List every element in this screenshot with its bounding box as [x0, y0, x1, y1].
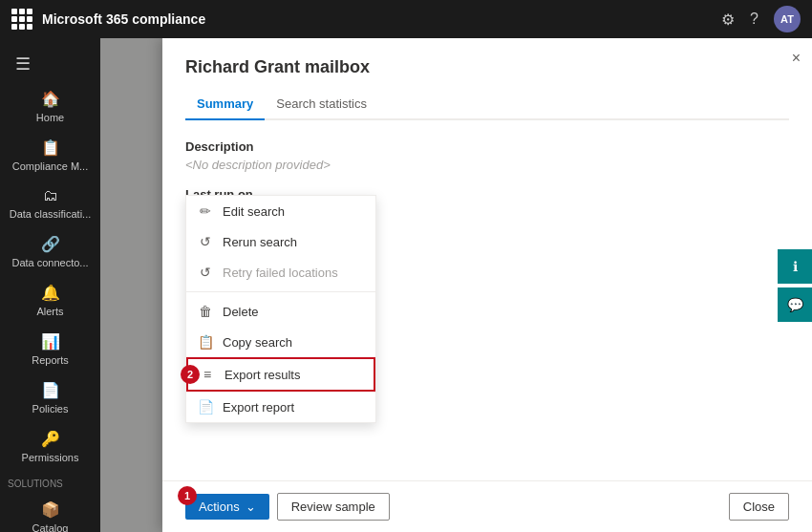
help-icon[interactable]: ?	[750, 11, 759, 28]
sidebar-item-home[interactable]: 🏠 Home	[0, 82, 100, 131]
sidebar-item-label: Reports	[32, 354, 69, 366]
dropdown-divider-1	[186, 291, 375, 292]
description-label: Description	[185, 139, 789, 154]
compliance-icon: 📋	[41, 138, 60, 157]
modal-overlay: ℹ 💬 × Richard Grant mailbox Summary Sear…	[100, 38, 812, 532]
sidebar-item-label: Permissions	[22, 452, 79, 463]
alerts-icon: 🔔	[41, 284, 60, 302]
data-connectors-icon: 🔗	[41, 235, 60, 253]
panel-footer: 1 Actions ⌄ Review sample Close	[162, 480, 812, 532]
app-title: Microsoft 365 compliance	[42, 11, 712, 27]
data-classification-icon: 🗂	[43, 187, 58, 204]
rerun-icon: ↺	[198, 234, 213, 249]
sidebar-item-label: Home	[36, 112, 64, 123]
actions-chevron-icon: ⌄	[246, 500, 256, 514]
dropdown-item-label: Retry failed locations	[223, 266, 338, 280]
dropdown-export-results[interactable]: 2 ≡ Export results	[186, 357, 375, 392]
sidebar: ☰ 🏠 Home 📋 Compliance M... 🗂 Data classi…	[0, 38, 100, 532]
sidebar-item-label: Policies	[32, 403, 69, 415]
side-action-buttons: ℹ 💬	[778, 249, 812, 322]
description-value: <No description provided>	[185, 158, 789, 172]
app-grid-icon[interactable]	[11, 9, 32, 30]
dropdown-rerun-search[interactable]: ↺ Rerun search	[186, 226, 375, 257]
sidebar-item-label: Compliance M...	[12, 160, 88, 172]
sidebar-item-label: Alerts	[36, 306, 63, 317]
dropdown-item-label: Export report	[223, 400, 294, 415]
catalog-icon: 📦	[41, 500, 60, 519]
sidebar-item-alerts[interactable]: 🔔 Alerts	[0, 276, 100, 325]
delete-icon: 🗑	[198, 304, 213, 319]
badge-2: 2	[181, 365, 200, 384]
close-panel-button[interactable]: Close	[729, 493, 789, 521]
actions-button[interactable]: 1 Actions ⌄	[185, 494, 269, 520]
description-field: Description <No description provided>	[185, 139, 789, 172]
dropdown-item-label: Rerun search	[223, 235, 297, 249]
dropdown-item-label: Export results	[224, 368, 300, 382]
edit-icon: ✏	[198, 203, 213, 219]
export-results-icon: ≡	[200, 367, 215, 382]
sidebar-item-label: Data classificati...	[10, 208, 92, 220]
retry-icon: ↺	[198, 265, 213, 280]
sidebar-item-catalog[interactable]: 📦 Catalog	[0, 493, 100, 532]
sidebar-item-label: Data connecto...	[11, 257, 88, 268]
panel-title: Richard Grant mailbox	[185, 57, 789, 77]
panel-header: Richard Grant mailbox Summary Search sta…	[162, 38, 812, 120]
sidebar-item-data-classification[interactable]: 🗂 Data classificati...	[0, 180, 100, 227]
side-action-info[interactable]: ℹ	[778, 249, 812, 284]
home-icon: 🏠	[41, 90, 60, 108]
dropdown-export-report[interactable]: 📄 Export report	[186, 392, 375, 422]
solutions-section-label: Solutions	[0, 471, 100, 493]
export-report-icon: 📄	[198, 399, 213, 415]
dropdown-delete[interactable]: 🗑 Delete	[186, 296, 375, 327]
copy-icon: 📋	[198, 334, 213, 350]
user-avatar[interactable]: AT	[774, 6, 801, 32]
dropdown-item-label: Edit search	[223, 204, 285, 219]
policies-icon: 📄	[41, 381, 60, 399]
main-layout: ☰ 🏠 Home 📋 Compliance M... 🗂 Data classi…	[0, 38, 812, 532]
panel-body: Description <No description provided> La…	[162, 120, 812, 480]
badge-1: 1	[178, 486, 197, 505]
sidebar-item-compliance[interactable]: 📋 Compliance M...	[0, 131, 100, 180]
settings-icon[interactable]: ⚙	[721, 11, 735, 29]
reports-icon: 📊	[41, 332, 60, 351]
sidebar-item-policies[interactable]: 📄 Policies	[0, 373, 100, 422]
dropdown-item-label: Delete	[223, 305, 259, 319]
permissions-icon: 🔑	[41, 430, 60, 448]
detail-panel: × Richard Grant mailbox Summary Search s…	[162, 38, 812, 532]
panel-close-button[interactable]: ×	[792, 50, 801, 67]
sidebar-item-reports[interactable]: 📊 Reports	[0, 325, 100, 373]
dropdown-copy-search[interactable]: 📋 Copy search	[186, 327, 375, 357]
dropdown-edit-search[interactable]: ✏ Edit search	[186, 196, 375, 226]
review-sample-button[interactable]: Review sample	[277, 493, 390, 521]
dropdown-item-label: Copy search	[223, 335, 292, 350]
panel-tabs: Summary Search statistics	[185, 89, 789, 120]
actions-button-label: Actions	[199, 500, 240, 514]
sidebar-item-label: Catalog	[32, 522, 69, 532]
topbar-icons: ⚙ ? AT	[721, 6, 801, 32]
sidebar-hamburger[interactable]: ☰	[0, 46, 100, 82]
content-area: ℹ 💬 × Richard Grant mailbox Summary Sear…	[100, 38, 812, 532]
side-action-chat[interactable]: 💬	[778, 287, 812, 322]
tab-search-statistics[interactable]: Search statistics	[265, 89, 378, 120]
sidebar-item-data-connectors[interactable]: 🔗 Data connecto...	[0, 227, 100, 276]
actions-dropdown-menu: ✏ Edit search ↺ Rerun search ↺ Retry fai…	[185, 195, 376, 423]
dropdown-retry-failed: ↺ Retry failed locations	[186, 257, 375, 287]
tab-summary[interactable]: Summary	[185, 89, 265, 120]
topbar: Microsoft 365 compliance ⚙ ? AT	[0, 0, 812, 38]
sidebar-item-permissions[interactable]: 🔑 Permissions	[0, 422, 100, 471]
